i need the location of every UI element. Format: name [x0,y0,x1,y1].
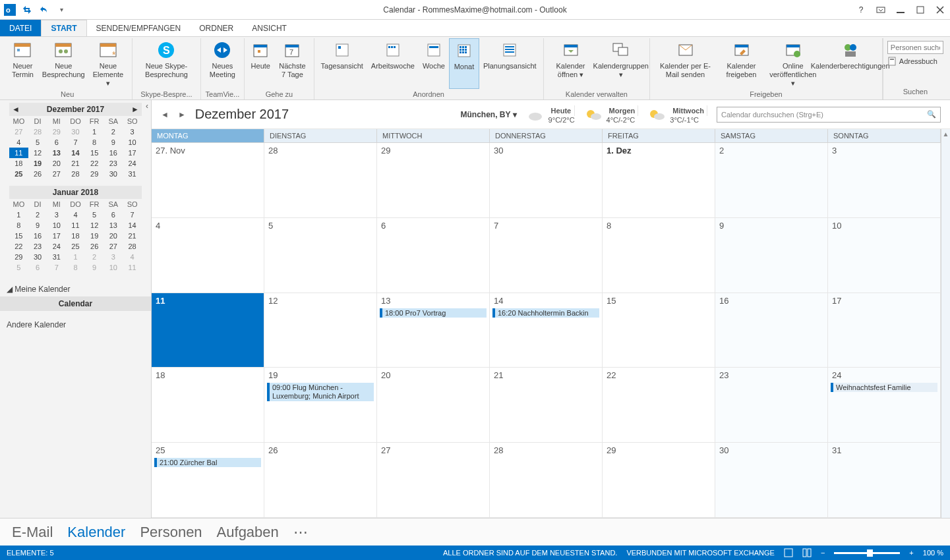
minical-day[interactable]: 25 [9,169,28,179]
minical-day[interactable]: 10 [123,137,142,148]
minical-day[interactable]: 9 [28,220,47,231]
minical-day[interactable]: 5 [28,137,47,148]
calendar-day[interactable]: 18 [152,368,264,442]
calendar-day[interactable]: 1. Dez [603,143,715,217]
calendar-event[interactable]: 09:00 Flug München - Luxemburg; Munich A… [267,383,374,401]
calendar-day[interactable]: 16 [715,293,828,368]
calendar-day[interactable]: 7 [490,218,603,293]
tab-start[interactable]: START [41,20,86,36]
calendar-day[interactable]: 22 [603,368,715,442]
minical-day[interactable]: 18 [9,158,28,169]
send-receive-icon[interactable] [20,3,34,17]
teamviewer-meeting-button[interactable]: Neues Meeting [204,38,242,89]
minical-day[interactable]: 7 [123,210,142,220]
nav-tasks[interactable]: Aufgaben [217,524,279,541]
minical-day[interactable]: 12 [85,220,104,231]
day-header[interactable]: MITTWOCH [377,129,490,142]
calendar-day[interactable]: 1416:20 Nachholtermin Backin [490,293,603,368]
calendar-day[interactable]: 28 [264,143,377,217]
day-header[interactable]: MONTAG [152,129,264,142]
minical-day[interactable]: 1 [9,210,28,220]
calendar-day[interactable]: 2521:00 Zürcher Bal [152,443,264,517]
minical-day[interactable]: 31 [123,169,142,179]
minical-day[interactable]: 17 [47,231,66,241]
scroll-up-icon[interactable]: ▲ [941,129,950,518]
address-book-button[interactable]: Adressbuch [887,57,943,66]
minical-day[interactable]: 19 [28,158,47,169]
nav-calendar[interactable]: Kalender [67,524,125,541]
calendar-day[interactable]: 3 [828,143,941,217]
calendar-day[interactable]: 17 [828,293,941,368]
minical-day[interactable]: 8 [85,137,104,148]
minical-day[interactable]: 15 [9,231,28,241]
minical-day[interactable]: 2 [28,210,47,220]
open-calendar-button[interactable]: Kalender öffnen ▾ [547,38,595,89]
minical-day[interactable]: 23 [104,158,123,169]
calendar-day[interactable]: 12 [264,293,377,368]
day-header[interactable]: DIENSTAG [264,129,377,142]
minical-day[interactable]: 1 [85,126,104,137]
minical-day[interactable]: 10 [47,220,66,231]
view-normal-icon[interactable] [784,548,793,557]
minical-day[interactable]: 26 [28,169,47,179]
next-month-icon[interactable]: ► [178,110,186,119]
nav-more-icon[interactable]: ⋯ [293,524,308,541]
minical-december[interactable]: ◄Dezember 2017► MODIMIDOFRSASO2728293012… [0,100,151,183]
view-reading-icon[interactable] [802,548,812,557]
calendar-day[interactable]: 15 [603,293,715,368]
calendar-groups-button[interactable]: Kalendergruppen ▾ [595,38,647,89]
minical-day[interactable]: 14 [66,148,85,158]
calendar-day[interactable]: 27. Nov [152,143,264,217]
minimize-icon[interactable] [891,1,910,19]
minical-day[interactable]: 30 [104,169,123,179]
weather-location[interactable]: München, BY ▾ [460,110,516,119]
calendar-item[interactable]: Calendar [0,296,151,311]
minical-day[interactable]: 29 [85,169,104,179]
zoom-slider[interactable] [834,552,900,554]
minical-day[interactable]: 25 [66,241,85,252]
minical-day[interactable]: 27 [47,169,66,179]
minical-day[interactable]: 11 [66,220,85,231]
day-header[interactable]: DONNERSTAG [490,129,603,142]
minical-day[interactable]: 16 [104,148,123,158]
minical-day[interactable]: 15 [85,148,104,158]
month-view-button[interactable]: Monat [449,38,479,89]
minical-day[interactable]: 2 [104,126,123,137]
prev-month-icon[interactable]: ◄ [161,110,169,119]
close-icon[interactable] [930,1,950,19]
calendar-day[interactable]: 9 [715,218,828,293]
minical-day[interactable]: 6 [28,262,47,273]
calendar-day[interactable]: 20 [377,368,490,442]
calendar-day[interactable]: 23 [715,368,828,442]
new-meeting-button[interactable]: Neue Besprechung [40,38,87,89]
tab-sendrecv[interactable]: SENDEN/EMPFANGEN [87,20,191,36]
minical-day[interactable]: 18 [66,231,85,241]
day-view-button[interactable]: Tagesansicht [317,38,367,89]
undo-icon[interactable] [37,3,51,17]
minical-day[interactable]: 3 [104,252,123,262]
nav-mail[interactable]: E-Mail [12,524,53,541]
calendar-day[interactable]: 11 [152,293,264,368]
calendar-day[interactable]: 27 [377,443,490,517]
minical-day[interactable]: 3 [123,126,142,137]
calendar-day[interactable]: 21 [490,368,603,442]
calendar-day[interactable]: 1318:00 Pro7 Vortrag [377,293,490,368]
work-week-button[interactable]: Arbeitswoche [367,38,419,89]
minical-day[interactable]: 30 [66,126,85,137]
minical-day[interactable]: 7 [66,137,85,148]
calendar-day[interactable]: 26 [264,443,377,517]
minical-day[interactable]: 29 [47,126,66,137]
calendar-day[interactable]: 28 [490,443,603,517]
today-button[interactable]: Heute [247,38,274,89]
calendar-day[interactable]: 5 [264,218,377,293]
minical-day[interactable]: 4 [66,210,85,220]
minical-day[interactable]: 28 [123,241,142,252]
calendar-day[interactable]: 29 [603,443,715,517]
zoom-out-icon[interactable]: − [821,549,825,557]
minical-day[interactable]: 29 [9,252,28,262]
calendar-day[interactable]: 30 [490,143,603,217]
email-calendar-button[interactable]: Kalender per E-Mail senden [653,38,718,89]
minical-day[interactable]: 2 [85,252,104,262]
minical-day[interactable]: 24 [47,241,66,252]
minical-day[interactable]: 13 [47,148,66,158]
